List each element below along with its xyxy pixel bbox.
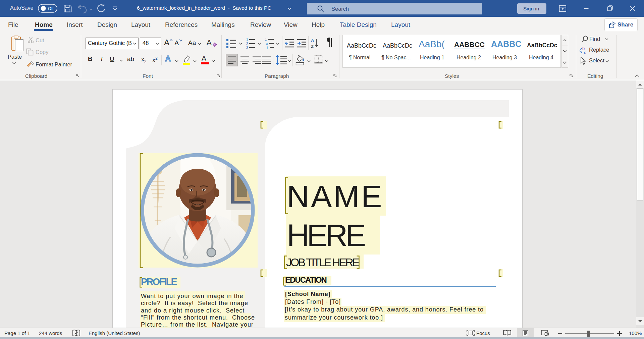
svg-text:3: 3 (246, 46, 248, 49)
svg-text:1: 1 (265, 38, 267, 41)
svg-text:1: 1 (246, 38, 248, 42)
svg-text:2: 2 (246, 42, 248, 46)
svg-text:i: i (267, 46, 268, 49)
svg-text:a: a (266, 42, 268, 45)
svg-text:Off: Off (48, 6, 54, 11)
svg-text:c: c (584, 50, 586, 55)
svg-text:Z: Z (311, 44, 314, 49)
svg-text:A: A (311, 38, 314, 43)
